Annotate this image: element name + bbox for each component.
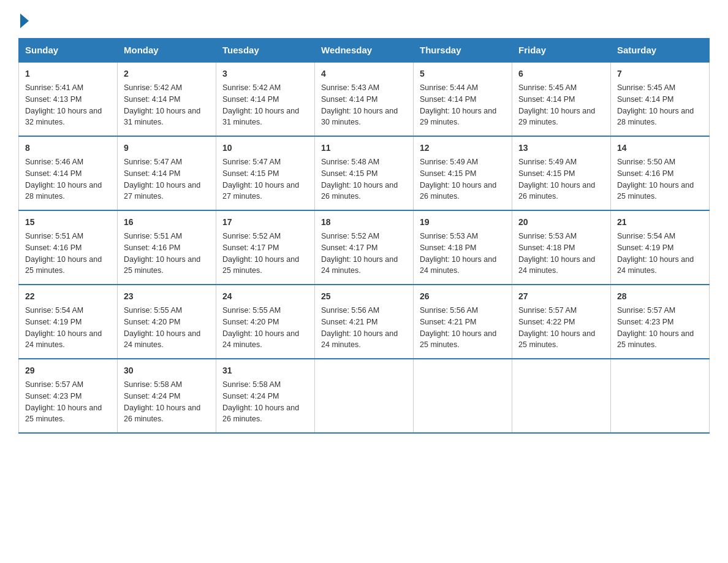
page-header — [18, 12, 710, 26]
day-number: 27 — [518, 290, 604, 303]
calendar-cell: 21Sunrise: 5:54 AMSunset: 4:19 PMDayligh… — [611, 210, 710, 285]
day-number: 13 — [518, 142, 604, 155]
day-number: 7 — [617, 67, 703, 80]
weekday-header-wednesday: Wednesday — [315, 39, 414, 63]
daylight-text: Daylight: 10 hours and 25 minutes. — [124, 255, 200, 275]
calendar-cell — [315, 359, 414, 433]
daylight-text: Daylight: 10 hours and 27 minutes. — [124, 181, 200, 201]
sunset-text: Sunset: 4:18 PM — [518, 243, 575, 252]
sunset-text: Sunset: 4:21 PM — [321, 318, 377, 326]
logo — [18, 12, 29, 26]
day-number: 12 — [420, 142, 506, 155]
daylight-text: Daylight: 10 hours and 25 minutes. — [25, 255, 102, 275]
sunset-text: Sunset: 4:21 PM — [420, 318, 476, 326]
daylight-text: Daylight: 10 hours and 24 minutes. — [420, 255, 496, 275]
daylight-text: Daylight: 10 hours and 30 minutes. — [321, 107, 398, 127]
sunset-text: Sunset: 4:17 PM — [321, 243, 377, 252]
calendar-cell: 12Sunrise: 5:49 AMSunset: 4:15 PMDayligh… — [414, 136, 512, 210]
sunrise-text: Sunrise: 5:45 AM — [518, 83, 577, 92]
daylight-text: Daylight: 10 hours and 24 minutes. — [617, 255, 694, 275]
day-number: 11 — [321, 142, 407, 155]
calendar-cell: 25Sunrise: 5:56 AMSunset: 4:21 PMDayligh… — [315, 285, 414, 359]
sunset-text: Sunset: 4:14 PM — [222, 95, 279, 104]
sunrise-text: Sunrise: 5:49 AM — [518, 158, 577, 166]
calendar-table: SundayMondayTuesdayWednesdayThursdayFrid… — [18, 38, 710, 434]
calendar-cell: 17Sunrise: 5:52 AMSunset: 4:17 PMDayligh… — [216, 210, 315, 285]
daylight-text: Daylight: 10 hours and 25 minutes. — [518, 329, 595, 350]
weekday-header-saturday: Saturday — [611, 39, 710, 63]
day-number: 10 — [222, 142, 308, 155]
day-number: 9 — [124, 142, 210, 155]
daylight-text: Daylight: 10 hours and 24 minutes. — [222, 329, 299, 350]
day-number: 4 — [321, 67, 407, 80]
day-number: 26 — [420, 290, 506, 303]
day-number: 22 — [25, 290, 111, 303]
calendar-cell: 29Sunrise: 5:57 AMSunset: 4:23 PMDayligh… — [19, 359, 118, 433]
calendar-cell — [414, 359, 512, 433]
calendar-cell: 2Sunrise: 5:42 AMSunset: 4:14 PMDaylight… — [118, 62, 216, 136]
calendar-cell — [512, 359, 611, 433]
daylight-text: Daylight: 10 hours and 24 minutes. — [321, 329, 398, 350]
day-number: 31 — [222, 364, 308, 377]
daylight-text: Daylight: 10 hours and 28 minutes. — [617, 107, 694, 127]
calendar-cell: 28Sunrise: 5:57 AMSunset: 4:23 PMDayligh… — [611, 285, 710, 359]
calendar-week-row: 15Sunrise: 5:51 AMSunset: 4:16 PMDayligh… — [19, 210, 710, 285]
calendar-week-row: 22Sunrise: 5:54 AMSunset: 4:19 PMDayligh… — [19, 285, 710, 359]
weekday-header-row: SundayMondayTuesdayWednesdayThursdayFrid… — [19, 39, 710, 63]
calendar-week-row: 29Sunrise: 5:57 AMSunset: 4:23 PMDayligh… — [19, 359, 710, 433]
daylight-text: Daylight: 10 hours and 29 minutes. — [518, 107, 595, 127]
daylight-text: Daylight: 10 hours and 25 minutes. — [222, 255, 299, 275]
sunrise-text: Sunrise: 5:57 AM — [25, 380, 83, 389]
daylight-text: Daylight: 10 hours and 31 minutes. — [124, 107, 200, 127]
calendar-cell: 31Sunrise: 5:58 AMSunset: 4:24 PMDayligh… — [216, 359, 315, 433]
sunrise-text: Sunrise: 5:48 AM — [321, 158, 379, 166]
day-number: 6 — [518, 67, 604, 80]
calendar-cell: 14Sunrise: 5:50 AMSunset: 4:16 PMDayligh… — [611, 136, 710, 210]
sunset-text: Sunset: 4:15 PM — [321, 169, 377, 178]
day-number: 25 — [321, 290, 407, 303]
sunrise-text: Sunrise: 5:51 AM — [25, 232, 83, 240]
sunset-text: Sunset: 4:15 PM — [518, 169, 575, 178]
daylight-text: Daylight: 10 hours and 24 minutes. — [25, 329, 102, 350]
daylight-text: Daylight: 10 hours and 27 minutes. — [222, 181, 299, 201]
daylight-text: Daylight: 10 hours and 24 minutes. — [321, 255, 398, 275]
calendar-cell: 10Sunrise: 5:47 AMSunset: 4:15 PMDayligh… — [216, 136, 315, 210]
sunset-text: Sunset: 4:13 PM — [25, 95, 82, 104]
sunset-text: Sunset: 4:16 PM — [25, 243, 82, 252]
day-number: 18 — [321, 216, 407, 229]
calendar-cell: 18Sunrise: 5:52 AMSunset: 4:17 PMDayligh… — [315, 210, 414, 285]
daylight-text: Daylight: 10 hours and 29 minutes. — [420, 107, 496, 127]
sunset-text: Sunset: 4:22 PM — [518, 318, 575, 326]
day-number: 3 — [222, 67, 308, 80]
sunset-text: Sunset: 4:16 PM — [124, 243, 180, 252]
daylight-text: Daylight: 10 hours and 25 minutes. — [420, 329, 496, 350]
sunrise-text: Sunrise: 5:42 AM — [222, 83, 281, 92]
sunset-text: Sunset: 4:14 PM — [518, 95, 575, 104]
sunset-text: Sunset: 4:15 PM — [222, 169, 279, 178]
sunset-text: Sunset: 4:16 PM — [617, 169, 673, 178]
sunset-text: Sunset: 4:24 PM — [124, 392, 180, 400]
sunrise-text: Sunrise: 5:46 AM — [25, 158, 83, 166]
day-number: 28 — [617, 290, 703, 303]
sunrise-text: Sunrise: 5:56 AM — [321, 306, 379, 315]
sunset-text: Sunset: 4:14 PM — [617, 95, 673, 104]
calendar-cell: 24Sunrise: 5:55 AMSunset: 4:20 PMDayligh… — [216, 285, 315, 359]
daylight-text: Daylight: 10 hours and 26 minutes. — [420, 181, 496, 201]
sunrise-text: Sunrise: 5:44 AM — [420, 83, 478, 92]
sunset-text: Sunset: 4:14 PM — [124, 169, 180, 178]
sunset-text: Sunset: 4:17 PM — [222, 243, 279, 252]
sunset-text: Sunset: 4:23 PM — [25, 392, 82, 400]
calendar-cell: 23Sunrise: 5:55 AMSunset: 4:20 PMDayligh… — [118, 285, 216, 359]
day-number: 14 — [617, 142, 703, 155]
sunrise-text: Sunrise: 5:41 AM — [25, 83, 83, 92]
daylight-text: Daylight: 10 hours and 32 minutes. — [25, 107, 102, 127]
sunrise-text: Sunrise: 5:58 AM — [124, 380, 182, 389]
sunrise-text: Sunrise: 5:51 AM — [124, 232, 182, 240]
sunrise-text: Sunrise: 5:53 AM — [518, 232, 577, 240]
sunrise-text: Sunrise: 5:53 AM — [420, 232, 478, 240]
sunset-text: Sunset: 4:14 PM — [124, 95, 180, 104]
calendar-cell: 8Sunrise: 5:46 AMSunset: 4:14 PMDaylight… — [19, 136, 118, 210]
sunrise-text: Sunrise: 5:43 AM — [321, 83, 379, 92]
calendar-cell: 11Sunrise: 5:48 AMSunset: 4:15 PMDayligh… — [315, 136, 414, 210]
sunrise-text: Sunrise: 5:55 AM — [222, 306, 281, 315]
